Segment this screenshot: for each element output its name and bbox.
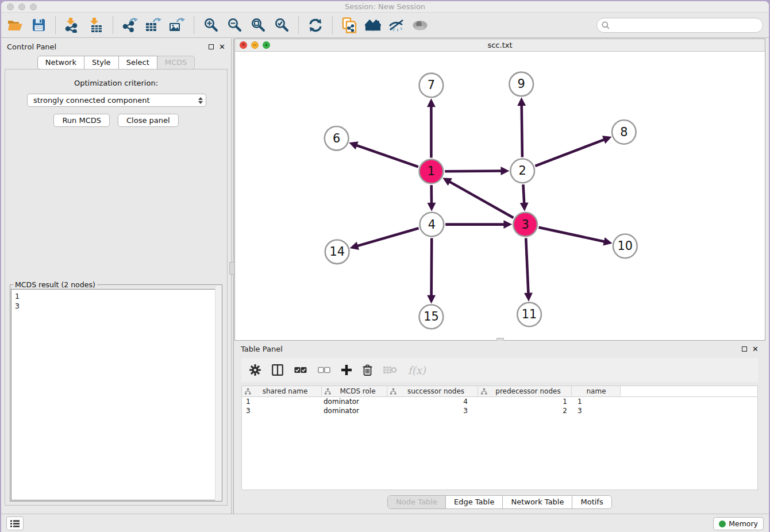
edge-arrow-1-2 bbox=[500, 167, 509, 175]
memory-button[interactable]: Memory bbox=[713, 517, 764, 530]
tab-select[interactable]: Select bbox=[119, 56, 157, 70]
deselect-all-rows-icon[interactable] bbox=[318, 367, 330, 373]
edge-2-9[interactable] bbox=[522, 105, 522, 157]
network-canvas[interactable]: 7968124314101511 bbox=[235, 52, 765, 340]
cell[interactable]: 1 bbox=[572, 397, 621, 406]
cell[interactable]: 3 bbox=[242, 406, 322, 415]
table-row[interactable]: 3dominator323 bbox=[242, 406, 757, 415]
network-window-titlebar[interactable]: ✕ − + scc.txt bbox=[235, 39, 765, 52]
edge-1-6[interactable] bbox=[356, 145, 418, 167]
float-panel-icon[interactable] bbox=[209, 44, 214, 49]
column-layout-icon[interactable] bbox=[272, 364, 283, 376]
search-box[interactable] bbox=[596, 18, 763, 33]
maximize-window-button[interactable] bbox=[30, 3, 37, 10]
edge-arrow-2-9 bbox=[517, 97, 526, 106]
node-label-6: 6 bbox=[333, 132, 340, 145]
edge-2-3[interactable] bbox=[523, 184, 524, 204]
cell[interactable]: 4 bbox=[387, 397, 478, 406]
copy-network-icon[interactable] bbox=[341, 17, 357, 33]
zoom-selected-icon[interactable] bbox=[274, 17, 290, 33]
node-label-2: 2 bbox=[519, 164, 526, 178]
tab-motifs[interactable]: Motifs bbox=[572, 496, 611, 508]
node-label-9: 9 bbox=[518, 77, 525, 91]
import-table-icon[interactable] bbox=[88, 17, 104, 33]
task-history-button[interactable] bbox=[6, 516, 24, 530]
zoom-fit-icon[interactable] bbox=[250, 17, 266, 33]
delete-table-icon[interactable] bbox=[383, 365, 397, 375]
edge-3-11[interactable] bbox=[526, 238, 528, 294]
edge-2-8[interactable] bbox=[535, 140, 605, 166]
dropdown-stepper-icon bbox=[198, 97, 203, 104]
control-panel-title: Control Panel bbox=[7, 43, 56, 51]
export-network-icon[interactable] bbox=[122, 17, 138, 33]
close-table-panel-icon[interactable]: ✕ bbox=[752, 345, 759, 353]
node-label-11: 11 bbox=[522, 307, 537, 321]
edge-3-1[interactable] bbox=[449, 182, 514, 218]
network-close-icon[interactable]: ✕ bbox=[240, 41, 247, 49]
column-header-successor-nodes[interactable]: successor nodes bbox=[387, 386, 478, 396]
column-header-name[interactable]: name bbox=[572, 386, 621, 396]
save-session-icon[interactable] bbox=[30, 17, 47, 33]
cell[interactable]: 3 bbox=[387, 406, 478, 415]
export-table-icon[interactable] bbox=[145, 17, 161, 33]
mcds-result-list[interactable]: 13 bbox=[11, 289, 221, 500]
show-all-icon[interactable] bbox=[412, 17, 428, 33]
tab-node-table[interactable]: Node Table bbox=[388, 496, 445, 508]
run-mcds-button[interactable]: Run MCDS bbox=[53, 114, 110, 127]
column-header-shared-name[interactable]: shared name bbox=[242, 386, 322, 396]
zoom-out-icon[interactable] bbox=[226, 17, 242, 33]
search-input[interactable] bbox=[613, 21, 758, 29]
network-maximize-icon[interactable]: + bbox=[263, 41, 270, 49]
tab-network-table[interactable]: Network Table bbox=[502, 496, 572, 508]
close-window-button[interactable] bbox=[7, 3, 14, 10]
apply-function-icon[interactable]: f(x) bbox=[408, 364, 426, 376]
tab-edge-table[interactable]: Edge Table bbox=[445, 496, 502, 508]
add-column-icon[interactable] bbox=[341, 365, 352, 375]
tab-style[interactable]: Style bbox=[84, 56, 119, 70]
result-line: 1 bbox=[15, 291, 221, 301]
search-icon bbox=[602, 21, 610, 29]
edge-1-2[interactable] bbox=[445, 171, 502, 172]
export-image-icon[interactable] bbox=[169, 17, 185, 33]
import-network-icon[interactable] bbox=[64, 17, 80, 33]
criterion-dropdown[interactable]: strongly connected component bbox=[27, 94, 206, 107]
network-graph[interactable]: 7968124314101511 bbox=[235, 52, 765, 340]
main-toolbar bbox=[1, 13, 769, 38]
cell[interactable]: dominator bbox=[322, 406, 387, 415]
node-label-15: 15 bbox=[424, 310, 439, 323]
cell[interactable]: 1 bbox=[242, 397, 322, 406]
table-header-row: shared nameMCDS rolesuccessor nodesprede… bbox=[242, 386, 757, 397]
zoom-in-icon[interactable] bbox=[203, 17, 219, 33]
edge-arrow-3-11 bbox=[524, 292, 533, 301]
edge-4-14[interactable] bbox=[357, 228, 419, 246]
tab-mcds[interactable]: MCDS bbox=[157, 56, 195, 70]
home-view-icon[interactable] bbox=[365, 17, 381, 33]
list-icon bbox=[10, 520, 20, 527]
minimize-window-button[interactable] bbox=[18, 3, 25, 10]
tab-network[interactable]: Network bbox=[37, 56, 84, 70]
network-minimize-icon[interactable]: − bbox=[251, 41, 259, 49]
open-file-icon[interactable] bbox=[7, 17, 23, 33]
close-panel-icon[interactable]: ✕ bbox=[219, 43, 225, 51]
close-panel-button[interactable]: Close panel bbox=[118, 114, 179, 127]
window-title: Session: New Session bbox=[1, 1, 769, 13]
refresh-view-icon[interactable] bbox=[307, 17, 324, 33]
cell[interactable]: dominator bbox=[322, 397, 387, 406]
cell[interactable]: 3 bbox=[572, 406, 621, 415]
delete-column-icon[interactable] bbox=[363, 364, 372, 376]
node-table[interactable]: shared nameMCDS rolesuccessor nodesprede… bbox=[241, 385, 758, 490]
cell[interactable]: 1 bbox=[478, 397, 572, 406]
float-table-panel-icon[interactable] bbox=[742, 346, 747, 352]
edge-4-15[interactable] bbox=[432, 238, 432, 296]
table-settings-icon[interactable] bbox=[249, 364, 261, 376]
hide-selected-icon[interactable] bbox=[388, 17, 405, 33]
result-scrollbar[interactable] bbox=[215, 286, 221, 500]
select-all-rows-icon[interactable] bbox=[294, 367, 307, 373]
cell[interactable]: 2 bbox=[478, 406, 572, 415]
edge-arrow-2-3 bbox=[520, 203, 529, 211]
column-header-predecessor-nodes[interactable]: predecessor nodes bbox=[478, 386, 572, 396]
table-row[interactable]: 1dominator411 bbox=[242, 397, 757, 406]
column-header-MCDS-role[interactable]: MCDS role bbox=[322, 386, 387, 396]
edge-3-10[interactable] bbox=[538, 228, 605, 242]
window-controls bbox=[7, 3, 37, 10]
